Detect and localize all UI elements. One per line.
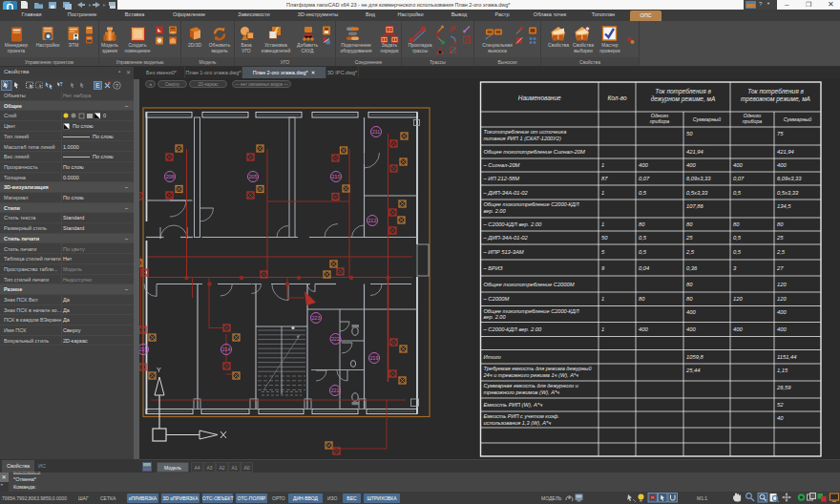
svg-text:5: 5 bbox=[601, 249, 605, 255]
svg-text:219: 219 bbox=[370, 355, 379, 361]
svg-text:0,5: 0,5 bbox=[733, 190, 742, 196]
svg-text:400: 400 bbox=[686, 326, 696, 332]
svg-text:6,09х3,33: 6,09х3,33 bbox=[777, 176, 802, 181]
svg-text:2,5: 2,5 bbox=[776, 249, 786, 255]
svg-text:26,59: 26,59 bbox=[776, 385, 791, 390]
svg-text:0,5: 0,5 bbox=[639, 249, 647, 255]
svg-text:215: 215 bbox=[139, 346, 148, 352]
svg-text:400: 400 bbox=[686, 309, 696, 315]
svg-text:прибора: прибора bbox=[650, 118, 670, 124]
svg-text:80: 80 bbox=[686, 221, 693, 227]
svg-text:– С2000-КДЛ вер. 2.00: – С2000-КДЛ вер. 2.00 bbox=[483, 326, 543, 332]
svg-text:421,94: 421,94 bbox=[686, 149, 704, 155]
svg-text:Общее токопотребление С2000-КД: Общее токопотребление С2000-КДЛ bbox=[484, 201, 579, 207]
svg-text:80: 80 bbox=[686, 296, 693, 302]
svg-text:120: 120 bbox=[777, 296, 787, 302]
svg-text:1,15: 1,15 bbox=[777, 368, 788, 373]
svg-text:Итого: Итого bbox=[484, 354, 502, 360]
svg-text:Емкость РИП (W), А*ч: Емкость РИП (W), А*ч bbox=[484, 402, 543, 408]
svg-text:дежурном режиме, мА: дежурном режиме, мА bbox=[651, 95, 716, 103]
svg-text:Суммарный: Суммарный bbox=[693, 116, 721, 122]
svg-text:400: 400 bbox=[777, 309, 787, 315]
svg-text:0,5: 0,5 bbox=[639, 235, 647, 241]
svg-text:– С2000-КДЛ вер. 2.00: – С2000-КДЛ вер. 2.00 bbox=[483, 221, 543, 227]
svg-text:3: 3 bbox=[733, 265, 737, 271]
svg-text:0,5х3,33: 0,5х3,33 bbox=[686, 190, 708, 196]
svg-text:1: 1 bbox=[601, 190, 604, 196]
svg-text:9: 9 bbox=[601, 265, 605, 271]
svg-text:222: 222 bbox=[331, 336, 340, 342]
svg-text:Суммарный: Суммарный bbox=[784, 116, 811, 122]
svg-text:211: 211 bbox=[372, 129, 380, 135]
svg-text:400: 400 bbox=[777, 162, 787, 168]
svg-text:Общее токопотребление Сигнал-2: Общее токопотребление Сигнал-20М bbox=[484, 149, 585, 155]
svg-text:вер. 2.00: вер. 2.00 bbox=[484, 208, 507, 214]
svg-text:0,5: 0,5 bbox=[733, 249, 742, 255]
svg-text:прибора: прибора bbox=[743, 118, 763, 124]
svg-text:тревожного режимов (W), А*ч: тревожного режимов (W), А*ч bbox=[484, 389, 560, 395]
svg-text:210: 210 bbox=[332, 174, 341, 179]
svg-text:0,5х3,33: 0,5х3,33 bbox=[777, 190, 799, 196]
svg-text:400: 400 bbox=[777, 326, 787, 332]
svg-text:1151,44: 1151,44 bbox=[777, 354, 797, 360]
svg-text:120: 120 bbox=[777, 282, 787, 287]
svg-text:50: 50 bbox=[686, 131, 693, 136]
svg-text:Емкость РИП с учетом коэф.: Емкость РИП с учетом коэф. bbox=[484, 413, 559, 419]
svg-text:Ток потребления в: Ток потребления в bbox=[747, 88, 804, 95]
svg-text:25: 25 bbox=[685, 235, 693, 241]
svg-text:– ИПР 513-3АМ: – ИПР 513-3АМ bbox=[483, 249, 524, 255]
svg-text:400: 400 bbox=[686, 162, 696, 168]
svg-text:тревожном режиме, мА: тревожном режиме, мА bbox=[741, 95, 810, 103]
svg-text:221: 221 bbox=[331, 388, 340, 393]
svg-text:0,07: 0,07 bbox=[639, 176, 650, 181]
svg-text:1059,8: 1059,8 bbox=[686, 354, 704, 360]
svg-text:223: 223 bbox=[312, 315, 321, 321]
svg-text:E: E bbox=[95, 82, 100, 89]
svg-text:0,07: 0,07 bbox=[733, 176, 745, 181]
svg-text:50: 50 bbox=[601, 235, 608, 241]
svg-text:400: 400 bbox=[733, 162, 743, 168]
svg-text:52: 52 bbox=[777, 402, 784, 408]
svg-text:вер. 2.00: вер. 2.00 bbox=[484, 314, 507, 320]
svg-text:1: 1 bbox=[601, 221, 604, 227]
svg-text:27: 27 bbox=[776, 265, 784, 271]
svg-text:0,5: 0,5 bbox=[733, 235, 742, 241]
svg-text:400: 400 bbox=[639, 326, 648, 332]
svg-text:0,5: 0,5 bbox=[639, 190, 647, 196]
svg-text:0,36: 0,36 bbox=[686, 265, 698, 271]
svg-text:– С2000М: – С2000М bbox=[483, 296, 510, 302]
svg-text:– ДИП-34А-01-02: – ДИП-34А-01-02 bbox=[483, 235, 529, 241]
svg-text:Наименование: Наименование bbox=[518, 94, 561, 101]
svg-text:80: 80 bbox=[639, 296, 645, 302]
svg-text:80: 80 bbox=[777, 221, 784, 227]
svg-text:1: 1 bbox=[601, 296, 604, 302]
svg-text:Суммарная емкость для дежурног: Суммарная емкость для дежурного и bbox=[484, 383, 578, 388]
svg-text:40: 40 bbox=[777, 415, 784, 421]
svg-text:24ч и тревожного режима 1ч (W): 24ч и тревожного режима 1ч (W), А*ч bbox=[483, 372, 579, 378]
svg-text:25,44: 25,44 bbox=[685, 368, 701, 373]
svg-text:80: 80 bbox=[639, 221, 645, 227]
svg-text:– БРИЗ: – БРИЗ bbox=[483, 265, 504, 271]
svg-text:– Сигнал-20М: – Сигнал-20М bbox=[483, 162, 520, 168]
svg-text:– ИП 212-58М: – ИП 212-58М bbox=[483, 176, 520, 181]
svg-text:80: 80 bbox=[733, 221, 740, 227]
svg-text:Общее токопотребление С2000-КД: Общее токопотребление С2000-КДЛ bbox=[484, 308, 579, 314]
svg-text:1: 1 bbox=[601, 162, 604, 168]
svg-text:75: 75 bbox=[777, 131, 784, 136]
svg-text:Требуемая емкость для режима д: Требуемая емкость для режима дежурный bbox=[484, 366, 592, 371]
svg-text:208: 208 bbox=[166, 174, 175, 179]
svg-text:Общее токопотребление С2000М: Общее токопотребление С2000М bbox=[484, 282, 575, 287]
svg-text:80: 80 bbox=[686, 282, 693, 287]
svg-text:107,86: 107,86 bbox=[686, 203, 704, 209]
svg-text:6,09х3,33: 6,09х3,33 bbox=[686, 176, 711, 181]
svg-text:0,04: 0,04 bbox=[639, 265, 649, 271]
svg-text:87: 87 bbox=[601, 176, 608, 181]
svg-text:?: ? bbox=[116, 82, 119, 88]
svg-text:Токопотребление от источника: Токопотребление от источника bbox=[484, 129, 567, 135]
svg-text:214: 214 bbox=[222, 346, 231, 352]
svg-text:1: 1 bbox=[601, 326, 604, 332]
svg-text:Y: Y bbox=[157, 367, 161, 373]
svg-text:421,94: 421,94 bbox=[777, 149, 794, 155]
svg-text:– ДИП-34А-01-02: – ДИП-34А-01-02 bbox=[483, 190, 529, 196]
svg-text:400: 400 bbox=[639, 162, 648, 168]
